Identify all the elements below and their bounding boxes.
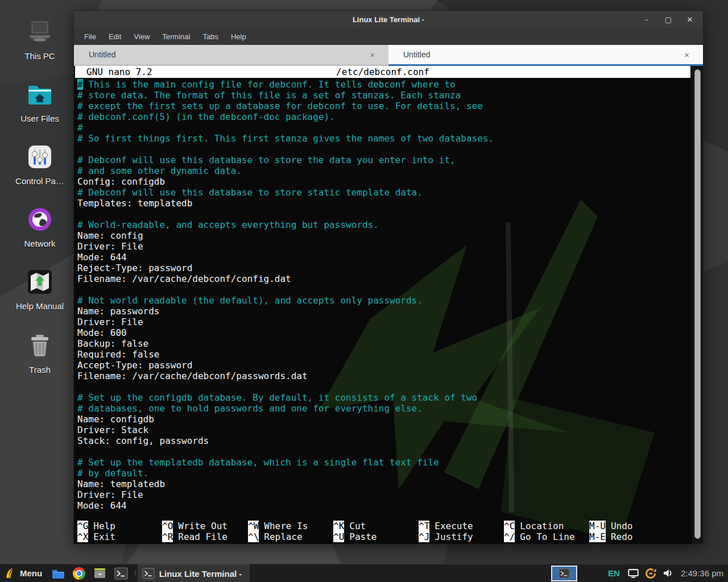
shortcut-key: ^J [419, 531, 429, 542]
shortcut-label: Paste [349, 531, 377, 542]
desktop-icon-label: This PC [24, 51, 55, 61]
nano-line: # databases, one to hold passwords and o… [77, 403, 689, 414]
maximize-icon[interactable]: ▢ [664, 15, 672, 24]
nano-shortcut-read-file: ^RRead File [162, 531, 248, 542]
window-title: Linux Lite Terminal - [353, 15, 424, 24]
terminal-view[interactable]: GNU nano 7.2 /etc/debconf.conf # This is… [74, 66, 703, 544]
nano-line: # debconf.conf(5) (in the debconf-doc pa… [77, 111, 689, 122]
desktop-icon-label: Network [24, 239, 55, 248]
shortcut-key: M-U [589, 521, 606, 531]
shortcut-key: ^O [162, 521, 173, 531]
shortcut-key: ^G [77, 521, 88, 531]
nano-shortcut-location: ^CLocation [504, 521, 589, 531]
minimize-icon[interactable]: – [643, 15, 651, 24]
nano-line: Name: configdb [77, 414, 689, 425]
nano-line: Stack: config, passwords [77, 435, 689, 446]
tab-close-icon[interactable]: × [684, 50, 689, 60]
clock[interactable]: 2:49:36 pm [681, 568, 723, 578]
shortcut-key: M-E [589, 531, 606, 542]
shortcut-key: ^K [333, 521, 344, 531]
menu-terminal[interactable]: Terminal [156, 30, 196, 43]
nano-line: Required: false [77, 349, 689, 360]
nano-line: Filename: /var/cache/debconf/passwords.d… [77, 371, 689, 381]
launcher-file-drawer-icon[interactable] [93, 567, 106, 579]
nano-line: Driver: File [77, 489, 689, 500]
nano-line: Config: configdb [77, 176, 689, 187]
window-titlebar[interactable]: Linux Lite Terminal - – ▢ ✕ [74, 11, 703, 28]
shortcut-key: ^U [333, 531, 344, 542]
menu-tabs[interactable]: Tabs [196, 30, 224, 43]
desktop-icon-help-manual[interactable]: Help Manual [13, 267, 67, 311]
tab-label: Untitled [403, 50, 430, 59]
desktop-icon-label: User Files [20, 114, 59, 123]
scrollbar-track[interactable] [692, 66, 703, 544]
launcher-chrome-icon[interactable] [73, 567, 85, 580]
launcher-terminal-icon[interactable] [114, 567, 128, 580]
close-icon[interactable]: ✕ [686, 15, 694, 24]
shortcut-key: ^T [419, 521, 429, 531]
laptop-icon [25, 17, 55, 47]
desktop-icon-control-pa[interactable]: Control Pa… [13, 142, 67, 186]
shortcut-label: Where Is [264, 521, 308, 531]
taskbar-left: Menu ⁞ Linux Lite Terminal - [0, 564, 250, 582]
nano-line: Driver: File [77, 241, 689, 252]
nano-line: Driver: Stack [77, 425, 689, 435]
taskbar-tray: EN 2:49:36 pm [551, 564, 728, 582]
nano-line: # [77, 122, 689, 133]
tray-terminal-button[interactable] [551, 566, 577, 581]
nano-shortcut-cut: ^KCut [333, 521, 419, 531]
nano-line [77, 446, 689, 457]
shortcut-label: Location [520, 521, 564, 531]
nano-shortcut-row: ^GHelp^OWrite Out^WWhere Is^KCut^TExecut… [77, 521, 692, 531]
menu-edit[interactable]: Edit [102, 30, 127, 43]
nano-shortcut-help: ^GHelp [77, 521, 162, 531]
nano-shortcut-go-to-line: ^/Go To Line [504, 531, 589, 542]
shortcut-key: ^\ [248, 531, 259, 542]
nano-line [77, 209, 689, 219]
text-cursor: # [77, 79, 83, 90]
launcher-pager-icon[interactable] [52, 568, 65, 579]
tab-close-icon[interactable]: × [370, 50, 375, 60]
linux-lite-logo-icon[interactable] [5, 567, 14, 579]
speaker-icon[interactable] [663, 568, 673, 578]
desktop-icon-trash[interactable]: Trash [13, 331, 67, 375]
menu-view[interactable]: View [127, 30, 156, 43]
taskbar: Menu ⁞ Linux Lite Terminal - EN 2:49:36 … [0, 564, 728, 582]
menu-file[interactable]: File [78, 30, 102, 43]
tab-bar: Untitled×Untitled× [74, 45, 703, 66]
nano-line: # World-readable, and accepts everything… [77, 219, 689, 230]
nano-editor-content[interactable]: # This is the main config file for debco… [77, 79, 689, 511]
update-icon[interactable] [644, 567, 657, 580]
menu-help[interactable]: Help [225, 30, 253, 43]
nano-filename: /etc/debconf.conf [75, 66, 690, 78]
shortcut-label: Help [93, 521, 115, 531]
scrollbar-thumb[interactable] [694, 69, 701, 539]
task-button-label: Linux Lite Terminal - [159, 569, 242, 579]
nano-line: # and some other dynamic data. [77, 165, 689, 176]
shortcut-key: ^R [162, 531, 173, 542]
nano-shortcut-justify: ^JJustify [419, 531, 504, 542]
nano-shortcut-write-out: ^OWrite Out [162, 521, 248, 531]
nano-line: Name: passwords [77, 306, 689, 317]
nano-line: # store data. The format of this file is… [77, 90, 689, 101]
language-indicator[interactable]: EN [608, 568, 620, 578]
nano-line [77, 144, 689, 155]
nano-line: # So first things first. This first stan… [77, 133, 689, 144]
nano-line: # Set up the templatedb database, which … [77, 457, 689, 468]
nano-line: Mode: 644 [77, 252, 689, 263]
window-controls: – ▢ ✕ [643, 11, 694, 28]
nano-line [77, 381, 689, 392]
menu-button[interactable]: Menu [20, 568, 42, 578]
desktop-icon-label: Help Manual [16, 301, 64, 311]
desktop-icon-user-files[interactable]: User Files [13, 80, 67, 123]
display-icon[interactable] [628, 569, 639, 578]
nano-line [77, 284, 689, 295]
shortcut-label: Redo [611, 531, 633, 542]
tab-1[interactable]: Untitled× [74, 45, 388, 66]
desktop-icon-this-pc[interactable]: This PC [13, 17, 67, 61]
desktop-icon-network[interactable]: Network [13, 205, 67, 248]
tab-2-active[interactable]: Untitled× [388, 45, 703, 66]
shortcut-key: ^X [77, 531, 88, 542]
task-button-terminal[interactable]: Linux Lite Terminal - [138, 564, 250, 582]
tab-label: Untitled [89, 50, 115, 59]
